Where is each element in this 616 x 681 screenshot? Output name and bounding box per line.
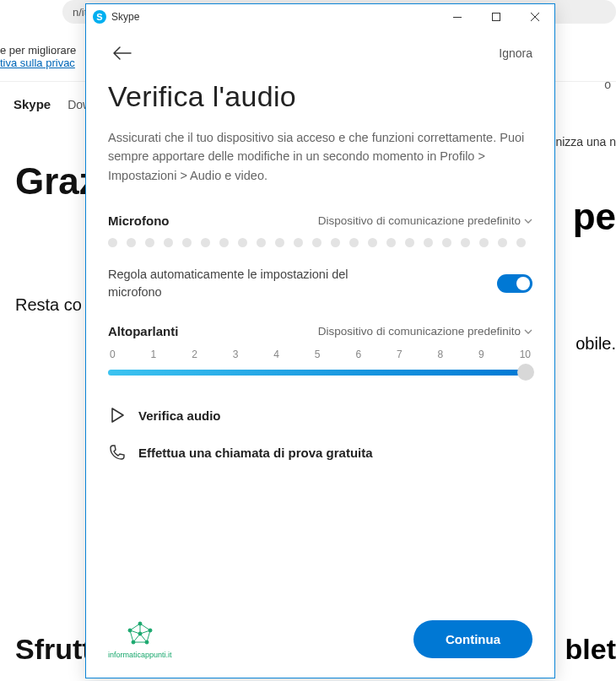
speaker-volume-slider[interactable] [108,364,532,381]
cookie-link: tiva sulla privac [0,57,75,69]
tick-label: 7 [397,349,403,360]
play-icon [108,406,127,424]
bg-right-text: nizza una n [555,135,616,149]
minimize-button[interactable] [438,4,477,30]
mic-level-dot [238,238,247,247]
titlebar: S Skype [86,4,554,30]
page-title: Verifica l'audio [108,80,532,113]
toggle-knob [516,277,530,290]
minimize-icon [453,17,462,18]
microphone-device-select[interactable]: Dispositivo di comunicazione predefinito [318,214,532,227]
bg-p-right: obile. [575,334,616,354]
slider-thumb[interactable] [517,364,534,381]
microphone-level-meter [108,238,532,247]
skype-logo-icon: S [93,10,106,24]
microphone-label: Microfono [108,213,170,228]
mic-level-dot [461,238,470,247]
svg-rect-0 [453,17,462,18]
watermark-text: informaticappunti.it [108,651,172,659]
continue-button[interactable]: Continua [413,620,532,658]
mic-level-dot [331,238,340,247]
speakers-device-select[interactable]: Dispositivo di comunicazione predefinito [318,325,532,338]
mic-level-dot [479,238,489,247]
bg-right-o: o [604,78,611,91]
mic-level-dot [108,238,117,247]
watermark-icon [125,619,155,649]
test-call-button[interactable]: Effettua una chiamata di prova gratuita [108,443,532,462]
auto-adjust-label: Regola automaticamente le impostazioni d… [108,266,403,300]
mic-level-dot [145,238,154,247]
mic-level-dot [516,238,526,247]
back-button[interactable] [108,41,137,65]
mic-level-dot [312,238,322,247]
mic-level-dot [182,238,192,247]
page-description: Assicurati che il tuo dispositivo sia ac… [108,128,532,185]
mic-level-dot [219,238,229,247]
back-arrow-icon [113,46,132,60]
mic-level-dot [201,238,210,247]
microphone-section-header: Microfono Dispositivo di comunicazione p… [108,213,532,228]
close-icon [531,13,539,21]
bg-h2-right: blet [565,633,616,666]
content-area: Ignora Verifica l'audio Assicurati che i… [86,30,554,497]
tick-label: 2 [192,349,197,360]
mic-level-dot [127,238,136,247]
tick-label: 8 [438,349,444,360]
titlebar-title: Skype [111,11,438,23]
mic-level-dot [405,238,414,247]
maximize-icon [492,13,500,21]
tick-label: 3 [233,349,239,360]
cookie-text: e per migliorare [0,44,76,57]
svg-rect-1 [493,14,500,21]
speakers-device-value: Dispositivo di comunicazione predefinito [318,325,521,338]
header-row: Ignora [108,36,532,70]
chevron-down-icon [524,329,532,334]
watermark: informaticappunti.it [108,619,172,659]
mic-level-dot [275,238,284,247]
tick-label: 1 [151,349,157,360]
tick-label: 6 [355,349,361,360]
maximize-button[interactable] [477,4,516,30]
chevron-down-icon [524,219,532,224]
phone-icon [108,443,127,462]
slider-track [108,370,532,376]
tick-label: 0 [110,349,116,360]
tick-label: 10 [520,349,531,360]
test-audio-button[interactable]: Verifica audio [108,406,532,424]
test-call-label: Effettua una chiamata di prova gratuita [138,446,373,460]
microphone-device-value: Dispositivo di comunicazione predefinito [318,214,521,227]
skype-window: S Skype Ignora Verifica l'audio Assicura… [85,3,555,678]
test-audio-label: Verifica audio [138,408,221,423]
mic-level-dot [424,238,433,247]
mic-level-dot [257,238,266,247]
tick-label: 4 [273,349,279,360]
tick-label: 5 [315,349,321,360]
ignore-button[interactable]: Ignora [499,46,532,60]
speakers-section-header: Altoparlanti Dispositivo di comunicazion… [108,324,532,338]
mic-level-dot [294,238,303,247]
close-button[interactable] [516,4,554,30]
mic-level-dot [386,238,396,247]
mic-level-dot [498,238,507,247]
auto-adjust-row: Regola automaticamente le impostazioni d… [108,266,532,300]
mic-level-dot [368,238,377,247]
mic-level-dot [442,238,451,247]
tick-label: 9 [478,349,484,360]
mic-level-dot [349,238,359,247]
slider-ticks: 0 1 2 3 4 5 6 7 8 9 10 [108,349,532,360]
bg-h1-right: pe [573,196,616,238]
auto-adjust-toggle[interactable] [497,274,532,293]
mic-level-dot [164,238,173,247]
bg-brand: Skype [14,97,51,111]
speakers-label: Altoparlanti [108,324,178,338]
footer: informaticappunti.it Continua [108,619,532,659]
